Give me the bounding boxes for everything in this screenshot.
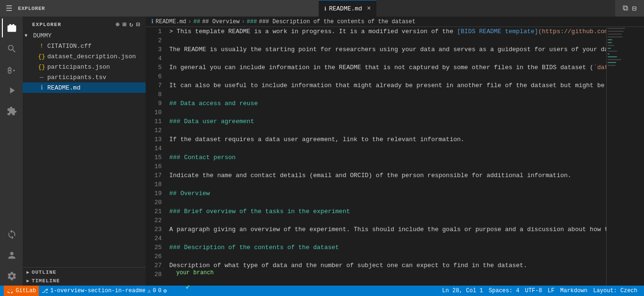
minimap-line [608, 58, 643, 59]
line-number: 16 [146, 162, 169, 171]
line-number: 1 [146, 27, 169, 36]
line-number: 22 [146, 216, 169, 225]
sidebar-item-participants-tsv[interactable]: — participants.tsv [23, 72, 146, 82]
title-bar: ☰ EXPLORER ℹ README.md × ⧉ ⊟ [0, 0, 644, 17]
tab-close-button[interactable]: × [367, 5, 371, 12]
line-number: 3 [146, 45, 169, 54]
outline-section-header[interactable]: ▶ OUTLINE [26, 269, 142, 276]
minimap-line [608, 62, 616, 63]
sidebar-item-participants-json[interactable]: {} participants.json [23, 62, 146, 72]
branch-label: 1-overview-section-in-readme [50, 287, 146, 294]
line-content[interactable]: Indicate the name and contact details (e… [169, 171, 606, 180]
breadcrumb-icon: ℹ [151, 18, 154, 25]
branch-status-item[interactable]: ⎇ 1-overview-section-in-readme ⚠ 0 0 ⚙ [39, 286, 170, 296]
language-status[interactable]: Markdown [557, 287, 591, 294]
breadcrumb-readme[interactable]: README.md [156, 18, 186, 25]
line-number: 5 [146, 63, 169, 72]
activity-settings-icon[interactable] [2, 267, 21, 286]
explorer-label: EXPLORER [18, 6, 315, 11]
line-row: 14 [146, 144, 606, 153]
spaces-text: Spaces: 4 [489, 287, 520, 294]
line-row: 2 [146, 36, 606, 45]
sidebar-item-citation[interactable]: ! CITATION.cff [23, 41, 146, 51]
gitlab-status-item[interactable]: 🦊 GitLab [4, 286, 39, 296]
outline-panel: ▶ OUTLINE ▶ TIMELINE [23, 267, 146, 286]
activity-sync-icon[interactable] [2, 225, 21, 244]
refresh-icon[interactable]: ↻ [129, 20, 133, 28]
outline-chevron-icon: ▶ [26, 269, 30, 275]
new-file-icon[interactable]: ⊕ [115, 20, 119, 28]
line-content[interactable]: ## Data access and reuse [169, 99, 606, 108]
line-content[interactable]: In general you can include information i… [169, 63, 606, 72]
encoding-text: UTF-8 [525, 287, 542, 294]
spaces-status[interactable]: Spaces: 4 [486, 287, 522, 294]
file-tree: ▼ DUMMY ! CITATION.cff {} dataset_descri… [23, 30, 146, 93]
line-content[interactable]: > This template README is a work in prog… [169, 27, 606, 36]
timeline-section-header[interactable]: ▶ TIMELINE [26, 277, 142, 285]
citation-file-label: CITATION.cff [47, 43, 92, 50]
split-editor-icon[interactable]: ⧉ [623, 4, 628, 13]
activity-source-control-icon[interactable] [2, 60, 21, 79]
line-content[interactable]: ### Brief overview of the tasks in the e… [169, 207, 606, 216]
branch-icon: ⎇ [42, 287, 48, 295]
line-row: 24 [146, 234, 606, 243]
line-row: 22 [146, 216, 606, 225]
line-number: 9 [146, 99, 169, 108]
activity-files-icon[interactable] [2, 18, 21, 37]
tab-name: README.md [329, 5, 362, 12]
line-row: 20 [146, 198, 606, 207]
gitlab-icon: 🦊 [7, 287, 14, 295]
line-content[interactable]: ### Contact person [169, 153, 606, 162]
sidebar-item-dataset-description[interactable]: {} dataset_description.json [23, 51, 146, 62]
citation-file-icon: ! [38, 43, 45, 50]
line-row: 28 [146, 270, 606, 279]
line-number: 23 [146, 225, 169, 234]
sidebar-item-readme[interactable]: ℹ README.md [23, 82, 146, 93]
sidebar-header: EXPLORER ⊕ ⊞ ↻ ⊟ [23, 17, 146, 30]
minimap-line [608, 46, 643, 47]
participants-tsv-label: participants.tsv [47, 74, 106, 81]
activity-run-icon[interactable] [2, 81, 21, 100]
layout-icon[interactable]: ⊟ [632, 4, 636, 13]
collapse-all-icon[interactable]: ⊟ [136, 20, 140, 28]
line-ending-status[interactable]: LF [545, 287, 557, 294]
line-content[interactable]: ### Description of the contents of the d… [169, 243, 606, 252]
breadcrumb-overview[interactable]: ## Overview [202, 18, 239, 25]
line-content[interactable]: ## Overview [169, 189, 606, 198]
breadcrumb-sep2: › [242, 18, 245, 25]
line-col-status[interactable]: Ln 28, Col 1 [439, 287, 486, 294]
line-number: 15 [146, 153, 169, 162]
encoding-status[interactable]: UTF-8 [522, 287, 545, 294]
new-folder-icon[interactable]: ⊞ [122, 20, 126, 28]
gitlab-label: GitLab [16, 287, 36, 294]
activity-search-icon[interactable] [2, 39, 21, 58]
line-content[interactable]: A paragraph giving an overview of the ex… [169, 225, 606, 234]
minimap-line [608, 51, 617, 52]
root-folder-item[interactable]: ▼ DUMMY [23, 30, 146, 41]
line-number: 13 [146, 135, 169, 144]
dataset-file-label: dataset_description.json [47, 53, 136, 60]
breadcrumb-overview-icon: ## [193, 18, 200, 25]
line-content[interactable]: ### Data user agreement [169, 117, 606, 126]
outline-label: OUTLINE [32, 269, 56, 275]
line-content[interactable]: It can also be useful to include informa… [169, 81, 606, 90]
line-ending-text: LF [548, 287, 554, 294]
line-content[interactable]: The README is usually the starting point… [169, 45, 606, 54]
line-col-text: Ln 28, Col 1 [442, 287, 483, 294]
line-row: 18 [146, 180, 606, 189]
readme-tab[interactable]: ℹ README.md × [319, 0, 377, 17]
breadcrumb: ℹ README.md › ## ## Overview › ### ### D… [146, 17, 644, 27]
line-content[interactable]: If the dataset requires a data user agre… [169, 135, 606, 144]
activity-account-icon[interactable] [2, 246, 21, 265]
line-content[interactable]: Description of what type of data and the… [169, 261, 606, 270]
editor[interactable]: 1> This template README is a work in pro… [146, 27, 606, 286]
activity-extensions-icon[interactable] [2, 102, 21, 121]
breadcrumb-description[interactable]: ### Description of the contents of the d… [259, 18, 415, 25]
minimap-line [608, 29, 643, 30]
timeline-label: TIMELINE [32, 278, 60, 284]
minimap-line [608, 41, 643, 42]
hamburger-menu-icon[interactable]: ☰ [4, 2, 14, 15]
line-number: 12 [146, 126, 169, 135]
line-row: 15### Contact person [146, 153, 606, 162]
layout-status[interactable]: Layout: Czech [590, 287, 640, 294]
